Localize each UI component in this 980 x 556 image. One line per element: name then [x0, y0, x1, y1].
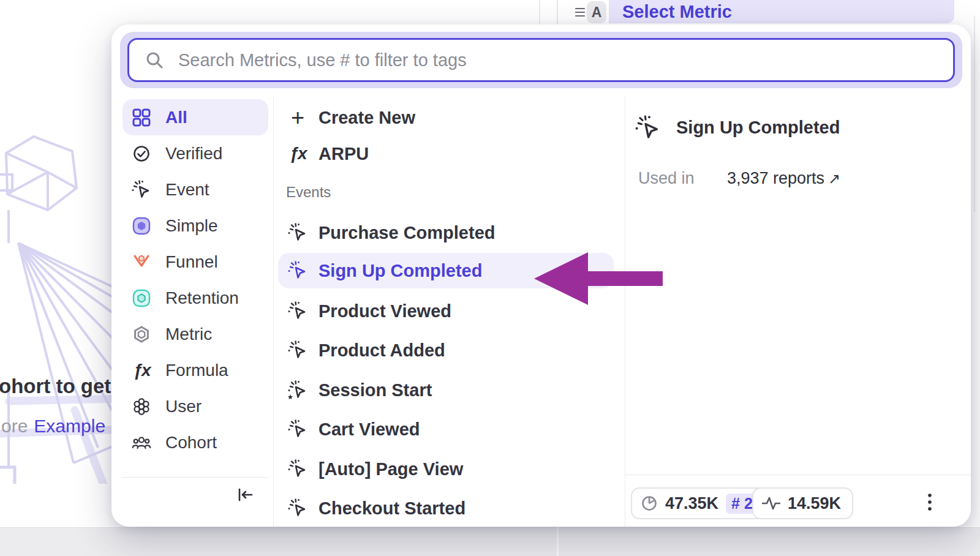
event-icon [288, 498, 307, 518]
retention-icon [131, 288, 152, 309]
page-bottom-strip [0, 527, 980, 556]
detail-title: Sign Up Completed [676, 118, 840, 138]
list-item-auto-page-view[interactable]: [Auto] Page View [278, 451, 614, 487]
screen: ohort to get s oreExample Ins A Select M… [0, 0, 980, 556]
list-item-product-added[interactable]: Product Added [278, 332, 614, 368]
funnel-icon [131, 252, 152, 272]
event-icon [288, 223, 307, 242]
metric-icon [131, 324, 152, 345]
search-focus-ring [120, 32, 962, 88]
simple-icon [131, 216, 152, 236]
event-icon [288, 301, 307, 321]
create-new-button[interactable]: + Create New [278, 103, 614, 132]
empty-state-prefix: ore [1, 416, 28, 436]
external-link-icon: ↗ [828, 170, 840, 187]
event-icon [288, 380, 307, 400]
more-options-button[interactable] [919, 491, 941, 516]
panel-divider-bottom [557, 527, 559, 556]
list-item-purchase-completed[interactable]: Purchase Completed [278, 215, 614, 250]
activity-stat-pill[interactable]: 14.59K [752, 487, 853, 519]
panel-divider [557, 0, 558, 26]
sidebar-item-event[interactable]: Event [123, 171, 268, 208]
grid-icon [131, 107, 152, 128]
metric-slot-badge: A [587, 1, 606, 23]
total-count-stat-pill[interactable]: 47.35K # 2 [631, 487, 769, 519]
activity-icon [762, 495, 780, 511]
verified-icon [131, 143, 152, 164]
sidebar-item-user[interactable]: User [123, 388, 268, 424]
event-icon [635, 115, 661, 143]
sidebar-divider [121, 477, 268, 478]
list-item-cart-viewed[interactable]: Cart Viewed [278, 411, 614, 447]
kebab-menu-icon [927, 492, 932, 514]
list-item-sign-up-completed[interactable]: Sign Up Completed [278, 253, 614, 288]
event-icon [288, 261, 307, 280]
select-metric-row[interactable]: Select Metric [609, 0, 954, 23]
event-icon [288, 459, 307, 479]
column-divider [625, 97, 625, 527]
list-item-session-start[interactable]: Session Start [278, 372, 614, 408]
collapse-left-icon [236, 486, 254, 504]
user-icon [131, 396, 152, 417]
sidebar-item-funnel[interactable]: Funnel [123, 244, 268, 280]
list-item-product-viewed[interactable]: Product Viewed [278, 293, 614, 329]
detail-divider [625, 475, 971, 475]
toolbar-divider [539, 0, 540, 26]
search-icon [145, 51, 164, 69]
plus-icon: + [288, 108, 307, 127]
sidebar-item-verified[interactable]: Verified [123, 135, 268, 171]
formula-icon: ƒx [288, 144, 307, 163]
sidebar-item-simple[interactable]: Simple [123, 208, 268, 244]
search-input[interactable] [177, 42, 941, 78]
empty-state-heading: ohort to get s [0, 375, 128, 398]
event-icon [288, 419, 307, 439]
collapse-sidebar-button[interactable] [233, 483, 257, 507]
events-section-header: Events [286, 182, 331, 202]
cohort-icon [131, 432, 152, 453]
card-edge [974, 16, 975, 212]
sidebar-item-all[interactable]: All [123, 99, 268, 135]
event-icon [131, 179, 152, 200]
column-divider [273, 97, 274, 527]
sidebar-item-retention[interactable]: Retention [123, 280, 268, 316]
select-metric-label: Select Metric [622, 2, 732, 22]
sidebar-item-formula[interactable]: ƒx Formula [123, 352, 268, 388]
search-box[interactable] [127, 38, 955, 82]
used-in-reports-link[interactable]: 3,937 reports↗ [727, 169, 840, 188]
sidebar-item-metric[interactable]: Metric [123, 316, 268, 352]
sidebar-item-cohort[interactable]: Cohort [123, 424, 268, 460]
used-in-label: Used in [638, 169, 695, 188]
pie-chart-icon [641, 495, 658, 512]
list-item-arpu[interactable]: ƒx ARPU [278, 139, 614, 168]
formula-icon: ƒx [131, 360, 152, 381]
drag-handle-icon[interactable] [575, 6, 586, 19]
list-item-checkout-started[interactable]: Checkout Started [278, 490, 614, 526]
event-icon [288, 340, 307, 360]
filter-sidebar: All Verified Event Sim [123, 99, 268, 460]
metric-picker-modal: All Verified Event Sim [111, 24, 971, 527]
